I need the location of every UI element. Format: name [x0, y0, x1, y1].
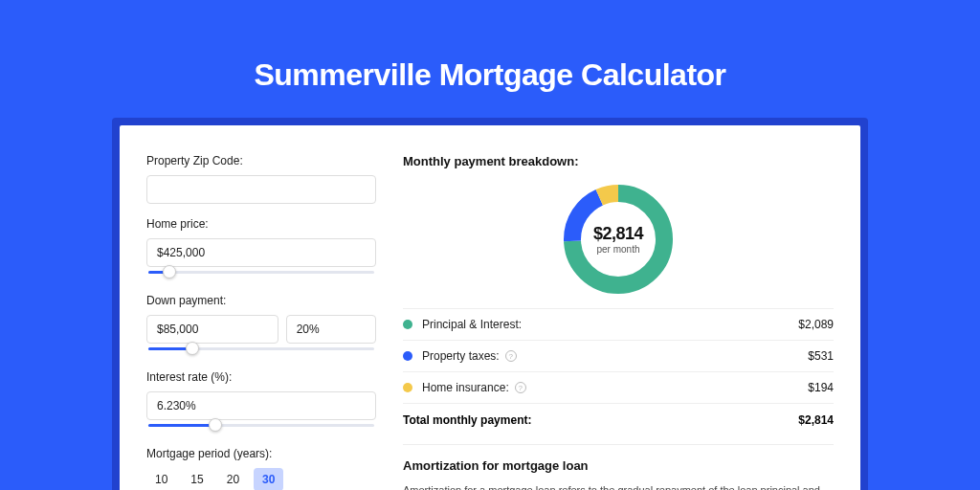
donut-subtitle: per month — [596, 244, 639, 255]
legend-dot — [403, 320, 412, 329]
legend-label: Home insurance:? — [422, 381, 808, 394]
period-button-30[interactable]: 30 — [254, 468, 283, 490]
amortization-body: Amortization for a mortgage loan refers … — [403, 482, 834, 490]
legend-label: Property taxes:? — [422, 349, 808, 363]
down-payment-input[interactable] — [146, 315, 278, 344]
zip-input[interactable] — [146, 175, 376, 204]
total-row: Total monthly payment: $2,814 — [403, 403, 834, 436]
mortgage-period-label: Mortgage period (years): — [146, 447, 376, 460]
amortization-section: Amortization for mortgage loan Amortizat… — [403, 444, 834, 490]
legend-dot — [403, 383, 412, 392]
legend-value: $531 — [808, 349, 834, 363]
legend-dot — [403, 351, 412, 361]
period-button-10[interactable]: 10 — [146, 468, 176, 490]
info-icon[interactable]: ? — [515, 382, 526, 393]
total-value: $2,814 — [798, 413, 834, 427]
period-button-20[interactable]: 20 — [218, 468, 248, 490]
legend-value: $194 — [808, 381, 834, 394]
legend-label: Principal & Interest: — [422, 318, 798, 331]
results-column: Monthly payment breakdown: $2,814 per mo… — [403, 148, 834, 490]
home-price-input[interactable] — [146, 238, 376, 267]
legend-row: Property taxes:?$531 — [403, 340, 834, 371]
home-price-label: Home price: — [146, 217, 376, 231]
page-title: Summerville Mortgage Calculator — [0, 0, 980, 118]
calculator-card: Property Zip Code: Home price: Down paym… — [120, 125, 860, 490]
legend-row: Home insurance:?$194 — [403, 371, 834, 403]
donut-chart: $2,814 per month — [403, 174, 834, 308]
down-payment-label: Down payment: — [146, 294, 376, 307]
amortization-title: Amortization for mortgage loan — [403, 458, 834, 473]
interest-rate-slider[interactable] — [146, 420, 376, 434]
legend-value: $2,089 — [798, 318, 834, 331]
home-price-slider[interactable] — [146, 267, 376, 280]
down-payment-slider[interactable] — [146, 344, 376, 357]
zip-label: Property Zip Code: — [146, 154, 376, 167]
legend-row: Principal & Interest:$2,089 — [403, 308, 834, 340]
info-icon[interactable]: ? — [505, 350, 517, 362]
interest-rate-input[interactable] — [146, 391, 376, 420]
breakdown-title: Monthly payment breakdown: — [403, 154, 834, 168]
inputs-column: Property Zip Code: Home price: Down paym… — [146, 148, 376, 490]
total-label: Total monthly payment: — [403, 413, 798, 427]
down-payment-percent-input[interactable] — [286, 315, 376, 344]
mortgage-period-group: 10152030 — [146, 468, 376, 490]
donut-amount: $2,814 — [593, 224, 643, 244]
interest-rate-label: Interest rate (%): — [146, 370, 376, 384]
period-button-15[interactable]: 15 — [182, 468, 212, 490]
card-shadow: Property Zip Code: Home price: Down paym… — [112, 118, 868, 490]
legend: Principal & Interest:$2,089Property taxe… — [403, 308, 834, 403]
